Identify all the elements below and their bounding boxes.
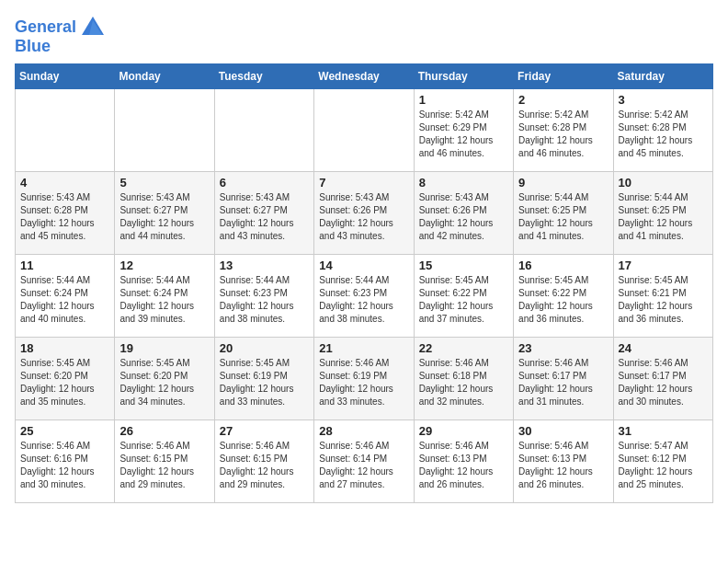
weekday-header: Monday: [115, 64, 214, 89]
weekday-header: Tuesday: [214, 64, 313, 89]
day-number: 17: [619, 259, 708, 272]
day-number: 14: [319, 259, 408, 272]
calendar-cell: 30Sunrise: 5:46 AM Sunset: 6:13 PM Dayli…: [514, 420, 613, 503]
day-info: Sunrise: 5:43 AM Sunset: 6:28 PM Dayligh…: [20, 191, 109, 243]
calendar-cell: 8Sunrise: 5:43 AM Sunset: 6:26 PM Daylig…: [414, 172, 513, 255]
day-number: 23: [518, 341, 608, 355]
day-number: 21: [319, 341, 408, 355]
day-number: 31: [619, 424, 708, 438]
day-info: Sunrise: 5:46 AM Sunset: 6:16 PM Dayligh…: [20, 440, 109, 491]
day-number: 12: [119, 259, 209, 272]
day-info: Sunrise: 5:46 AM Sunset: 6:19 PM Dayligh…: [319, 357, 408, 408]
logo-icon: [80, 15, 106, 40]
day-number: 25: [20, 424, 109, 438]
calendar-cell: 24Sunrise: 5:46 AM Sunset: 6:17 PM Dayli…: [613, 338, 712, 420]
day-number: 18: [20, 341, 109, 355]
day-info: Sunrise: 5:43 AM Sunset: 6:27 PM Dayligh…: [220, 191, 309, 243]
day-info: Sunrise: 5:44 AM Sunset: 6:23 PM Dayligh…: [319, 274, 408, 326]
day-info: Sunrise: 5:44 AM Sunset: 6:25 PM Dayligh…: [619, 191, 708, 243]
calendar-week-row: 11Sunrise: 5:44 AM Sunset: 6:24 PM Dayli…: [16, 255, 713, 338]
day-number: 16: [518, 259, 608, 272]
calendar-cell: 28Sunrise: 5:46 AM Sunset: 6:14 PM Dayli…: [314, 420, 414, 503]
weekday-header: Thursday: [414, 64, 513, 89]
day-info: Sunrise: 5:43 AM Sunset: 6:26 PM Dayligh…: [419, 191, 508, 243]
calendar-cell: 7Sunrise: 5:43 AM Sunset: 6:26 PM Daylig…: [314, 172, 414, 255]
day-number: 10: [619, 176, 708, 190]
calendar-week-row: 4Sunrise: 5:43 AM Sunset: 6:28 PM Daylig…: [16, 172, 713, 255]
calendar-cell: 15Sunrise: 5:45 AM Sunset: 6:22 PM Dayli…: [414, 255, 513, 338]
calendar-cell: [16, 89, 115, 172]
day-number: 8: [419, 176, 508, 190]
day-info: Sunrise: 5:46 AM Sunset: 6:13 PM Dayligh…: [419, 440, 508, 491]
day-number: 15: [419, 259, 508, 272]
calendar-cell: 3Sunrise: 5:42 AM Sunset: 6:28 PM Daylig…: [613, 89, 712, 172]
calendar-cell: 2Sunrise: 5:42 AM Sunset: 6:28 PM Daylig…: [514, 89, 613, 172]
calendar-cell: 22Sunrise: 5:46 AM Sunset: 6:18 PM Dayli…: [414, 338, 513, 420]
day-info: Sunrise: 5:46 AM Sunset: 6:17 PM Dayligh…: [619, 357, 708, 408]
calendar-cell: 4Sunrise: 5:43 AM Sunset: 6:28 PM Daylig…: [16, 172, 115, 255]
calendar-cell: [115, 89, 214, 172]
calendar-cell: 9Sunrise: 5:44 AM Sunset: 6:25 PM Daylig…: [514, 172, 613, 255]
day-number: 28: [319, 424, 408, 438]
calendar-cell: 31Sunrise: 5:47 AM Sunset: 6:12 PM Dayli…: [613, 420, 712, 503]
day-info: Sunrise: 5:44 AM Sunset: 6:23 PM Dayligh…: [220, 274, 309, 326]
day-number: 19: [119, 341, 209, 355]
day-info: Sunrise: 5:46 AM Sunset: 6:15 PM Dayligh…: [119, 440, 209, 491]
calendar-cell: 18Sunrise: 5:45 AM Sunset: 6:20 PM Dayli…: [16, 338, 115, 420]
day-info: Sunrise: 5:43 AM Sunset: 6:26 PM Dayligh…: [319, 191, 408, 243]
logo-text: General: [15, 18, 76, 37]
page-header: General Blue: [15, 15, 713, 56]
day-info: Sunrise: 5:44 AM Sunset: 6:24 PM Dayligh…: [119, 274, 209, 326]
day-number: 1: [419, 93, 508, 107]
calendar-cell: 27Sunrise: 5:46 AM Sunset: 6:15 PM Dayli…: [214, 420, 313, 503]
calendar-cell: 17Sunrise: 5:45 AM Sunset: 6:21 PM Dayli…: [613, 255, 712, 338]
day-info: Sunrise: 5:42 AM Sunset: 6:28 PM Dayligh…: [619, 109, 708, 160]
day-info: Sunrise: 5:46 AM Sunset: 6:15 PM Dayligh…: [220, 440, 309, 491]
calendar-cell: 6Sunrise: 5:43 AM Sunset: 6:27 PM Daylig…: [214, 172, 313, 255]
calendar-cell: 29Sunrise: 5:46 AM Sunset: 6:13 PM Dayli…: [414, 420, 513, 503]
day-number: 24: [619, 341, 708, 355]
calendar-cell: 21Sunrise: 5:46 AM Sunset: 6:19 PM Dayli…: [314, 338, 414, 420]
day-number: 4: [20, 176, 109, 190]
day-info: Sunrise: 5:45 AM Sunset: 6:19 PM Dayligh…: [220, 357, 309, 408]
day-number: 5: [119, 176, 209, 190]
day-number: 26: [119, 424, 209, 438]
calendar-cell: [214, 89, 313, 172]
day-info: Sunrise: 5:42 AM Sunset: 6:28 PM Dayligh…: [518, 109, 608, 160]
day-number: 2: [518, 93, 608, 107]
weekday-header: Friday: [514, 64, 613, 89]
day-info: Sunrise: 5:46 AM Sunset: 6:18 PM Dayligh…: [419, 357, 508, 408]
weekday-header: Saturday: [613, 64, 712, 89]
weekday-header: Wednesday: [314, 64, 414, 89]
day-number: 7: [319, 176, 408, 190]
weekday-header: Sunday: [16, 64, 115, 89]
day-info: Sunrise: 5:43 AM Sunset: 6:27 PM Dayligh…: [119, 191, 209, 243]
calendar-week-row: 18Sunrise: 5:45 AM Sunset: 6:20 PM Dayli…: [16, 338, 713, 420]
calendar-cell: 14Sunrise: 5:44 AM Sunset: 6:23 PM Dayli…: [314, 255, 414, 338]
day-number: 27: [220, 424, 309, 438]
calendar-cell: 20Sunrise: 5:45 AM Sunset: 6:19 PM Dayli…: [214, 338, 313, 420]
day-info: Sunrise: 5:46 AM Sunset: 6:13 PM Dayligh…: [518, 440, 608, 491]
calendar-cell: 16Sunrise: 5:45 AM Sunset: 6:22 PM Dayli…: [514, 255, 613, 338]
calendar-table: SundayMondayTuesdayWednesdayThursdayFrid…: [15, 63, 713, 503]
calendar-cell: 1Sunrise: 5:42 AM Sunset: 6:29 PM Daylig…: [414, 89, 513, 172]
day-number: 11: [20, 259, 109, 272]
day-info: Sunrise: 5:44 AM Sunset: 6:24 PM Dayligh…: [20, 274, 109, 326]
day-number: 22: [419, 341, 508, 355]
calendar-cell: 11Sunrise: 5:44 AM Sunset: 6:24 PM Dayli…: [16, 255, 115, 338]
day-info: Sunrise: 5:46 AM Sunset: 6:17 PM Dayligh…: [518, 357, 608, 408]
day-info: Sunrise: 5:45 AM Sunset: 6:22 PM Dayligh…: [518, 274, 608, 326]
calendar-header-row: SundayMondayTuesdayWednesdayThursdayFrid…: [16, 64, 713, 89]
day-info: Sunrise: 5:46 AM Sunset: 6:14 PM Dayligh…: [319, 440, 408, 491]
calendar-cell: 23Sunrise: 5:46 AM Sunset: 6:17 PM Dayli…: [514, 338, 613, 420]
calendar-cell: 25Sunrise: 5:46 AM Sunset: 6:16 PM Dayli…: [16, 420, 115, 503]
day-number: 30: [518, 424, 608, 438]
calendar-week-row: 25Sunrise: 5:46 AM Sunset: 6:16 PM Dayli…: [16, 420, 713, 503]
calendar-cell: 13Sunrise: 5:44 AM Sunset: 6:23 PM Dayli…: [214, 255, 313, 338]
calendar-cell: 12Sunrise: 5:44 AM Sunset: 6:24 PM Dayli…: [115, 255, 214, 338]
calendar-cell: 10Sunrise: 5:44 AM Sunset: 6:25 PM Dayli…: [613, 172, 712, 255]
calendar-cell: 19Sunrise: 5:45 AM Sunset: 6:20 PM Dayli…: [115, 338, 214, 420]
day-info: Sunrise: 5:45 AM Sunset: 6:21 PM Dayligh…: [619, 274, 708, 326]
day-info: Sunrise: 5:45 AM Sunset: 6:22 PM Dayligh…: [419, 274, 508, 326]
day-info: Sunrise: 5:45 AM Sunset: 6:20 PM Dayligh…: [20, 357, 109, 408]
